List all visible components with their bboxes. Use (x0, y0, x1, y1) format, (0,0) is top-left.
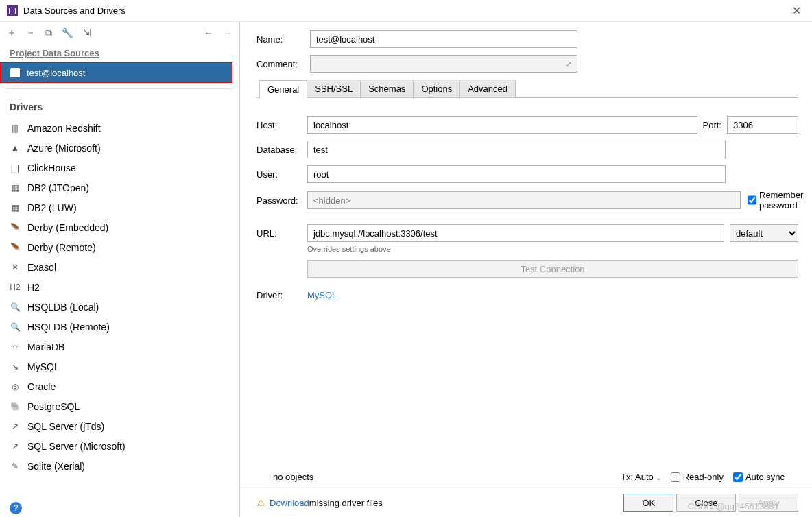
driver-item[interactable]: 🪶Derby (Remote) (0, 237, 239, 257)
project-data-sources-header: Project Data Sources (0, 44, 239, 62)
title-bar: Data Sources and Drivers ✕ (0, 0, 812, 22)
help-icon[interactable]: ? (10, 502, 22, 514)
driver-icon: ↗ (10, 421, 21, 432)
url-hint: Overrides settings above (307, 245, 798, 253)
driver-icon: |||| (10, 163, 21, 173)
driver-item[interactable]: ▦DB2 (LUW) (0, 197, 239, 217)
driver-item[interactable]: ▦DB2 (JTOpen) (0, 178, 239, 197)
url-mode-select[interactable]: default (730, 224, 798, 242)
driver-label: Derby (Embedded) (27, 222, 108, 233)
driver-icon: 🪶 (10, 242, 21, 253)
driver-label: Derby (Remote) (27, 242, 96, 253)
copy-icon[interactable]: ⧉ (45, 27, 52, 39)
driver-label: Driver: (256, 290, 307, 300)
remember-checkbox-input[interactable] (748, 195, 756, 205)
remove-icon[interactable]: － (26, 27, 36, 39)
driver-item[interactable]: ✎Sqlite (Xerial) (0, 456, 239, 476)
user-label: User: (256, 169, 307, 180)
expand-icon[interactable]: ⤢ (566, 60, 571, 68)
driver-item[interactable]: 〰MariaDB (0, 337, 239, 357)
drivers-header: Drivers (0, 99, 239, 118)
host-input[interactable] (307, 116, 697, 134)
remember-password-checkbox[interactable]: Remember password (748, 190, 798, 211)
driver-label: Sqlite (Xerial) (27, 461, 85, 472)
name-input[interactable] (310, 30, 577, 48)
tab-schemas[interactable]: Schemas (360, 80, 414, 97)
forward-icon[interactable]: → (223, 27, 232, 38)
driver-item[interactable]: 🐘PostgreSQL (0, 396, 239, 416)
driver-item[interactable]: ↘MySQL (0, 357, 239, 376)
driver-item[interactable]: 🔍HSQLDB (Local) (0, 297, 239, 317)
test-connection-button[interactable]: Test Connection (307, 260, 798, 278)
driver-icon: 🐘 (10, 401, 21, 412)
password-input[interactable] (307, 191, 741, 209)
driver-item[interactable]: H2H2 (0, 277, 239, 297)
main-panel: Name: Comment: ⤢ GeneralSSH/SSLSchemasOp… (240, 22, 812, 517)
add-icon[interactable]: ＋ (7, 27, 16, 39)
back-icon[interactable]: ← (204, 27, 213, 38)
warning-icon: ⚠ (256, 497, 265, 508)
window-title: Data Sources and Drivers (23, 5, 126, 16)
ok-button[interactable]: OK (623, 494, 673, 512)
driver-label: HSQLDB (Local) (27, 302, 99, 313)
readonly-input[interactable] (671, 472, 680, 482)
database-label: Database: (256, 145, 307, 155)
driver-label: H2 (27, 282, 40, 293)
driver-list: |||Amazon Redshift▲Azure (Microsoft)||||… (0, 118, 239, 517)
driver-label: Amazon Redshift (27, 123, 101, 134)
user-input[interactable] (307, 165, 726, 183)
driver-item[interactable]: ↗SQL Server (jTds) (0, 416, 239, 436)
download-link[interactable]: Download (270, 498, 309, 508)
driver-icon: ◎ (10, 381, 21, 392)
tx-mode[interactable]: Tx: Auto ⌄ (621, 472, 660, 482)
port-label: Port: (703, 120, 721, 130)
driver-icon: 🪶 (10, 222, 21, 233)
data-source-item-selected[interactable]: test@localhost (0, 62, 232, 83)
url-input[interactable] (307, 224, 724, 242)
autosync-checkbox[interactable]: Auto sync (733, 472, 785, 482)
driver-label: SQL Server (Microsoft) (27, 441, 126, 452)
driver-label: DB2 (JTOpen) (27, 182, 89, 193)
apply-button[interactable]: Apply (739, 494, 798, 512)
driver-icon: 〰 (10, 341, 21, 352)
driver-label: Exasol (27, 262, 56, 273)
driver-item[interactable]: 🪶Derby (Embedded) (0, 217, 239, 237)
driver-link[interactable]: MySQL (307, 290, 337, 300)
driver-item[interactable]: ||||ClickHouse (0, 158, 239, 178)
driver-label: MariaDB (27, 341, 64, 352)
name-label: Name: (256, 34, 310, 45)
driver-item[interactable]: 🔍HSQLDB (Remote) (0, 317, 239, 337)
driver-icon: ↘ (10, 361, 21, 372)
driver-icon: ▦ (10, 182, 21, 193)
footer: ⚠ Download missing driver files OK Close… (240, 488, 812, 517)
tab-general[interactable]: General (259, 80, 307, 98)
port-input[interactable] (727, 116, 798, 134)
host-label: Host: (256, 120, 307, 130)
mysql-icon (10, 68, 20, 77)
driver-icon: 🔍 (10, 302, 21, 313)
driver-item[interactable]: ✕Exasol (0, 257, 239, 277)
driver-icon: ▲ (10, 143, 21, 154)
driver-item[interactable]: ↗SQL Server (Microsoft) (0, 436, 239, 456)
comment-label: Comment: (256, 59, 310, 69)
driver-label: PostgreSQL (27, 401, 80, 412)
close-icon[interactable]: ✕ (788, 3, 805, 19)
close-button[interactable]: Close (676, 494, 736, 512)
readonly-checkbox[interactable]: Read-only (671, 472, 724, 482)
wrench-icon[interactable]: 🔧 (62, 27, 73, 38)
database-input[interactable] (307, 141, 726, 158)
remember-label: Remember password (759, 190, 803, 211)
driver-icon: 🔍 (10, 322, 21, 333)
driver-item[interactable]: |||Amazon Redshift (0, 118, 239, 138)
tab-sshssl[interactable]: SSH/SSL (307, 80, 361, 97)
driver-item[interactable]: ▲Azure (Microsoft) (0, 138, 239, 158)
tab-advanced[interactable]: Advanced (459, 80, 516, 97)
diagram-icon[interactable]: ⇲ (83, 27, 91, 38)
sidebar: ＋ － ⧉ 🔧 ⇲ ← → Project Data Sources test@… (0, 22, 240, 517)
tab-options[interactable]: Options (413, 80, 460, 97)
driver-icon: ✕ (10, 262, 21, 273)
autosync-input[interactable] (733, 472, 743, 482)
tabs: GeneralSSH/SSLSchemasOptionsAdvanced (256, 80, 798, 98)
driver-item[interactable]: ◎Oracle (0, 376, 239, 396)
comment-input[interactable]: ⤢ (310, 55, 577, 73)
